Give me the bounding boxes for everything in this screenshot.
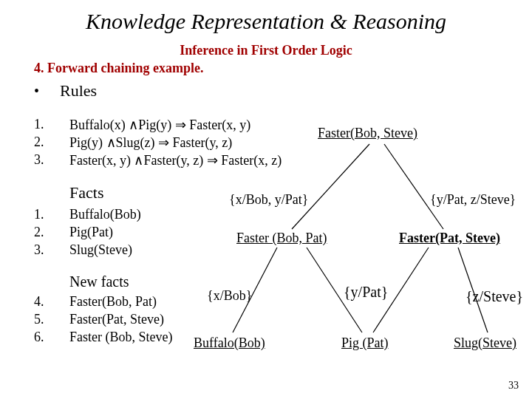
newfact-number: 6. bbox=[34, 330, 64, 345]
slide: Knowledge Representation & Reasoning Inf… bbox=[0, 0, 532, 399]
tree-leaf-left: Buffalo(Bob) bbox=[194, 335, 265, 351]
tree-root: Faster(Bob, Steve) bbox=[318, 126, 417, 141]
tree-unify-right: {y/Pat, z/Steve} bbox=[430, 192, 516, 208]
tree-leaf-right: Slug(Steve) bbox=[454, 335, 516, 351]
rule-text: Pig(y) ∧Slug(z) ⇒ Faster(y, z) bbox=[69, 134, 232, 151]
newfact-text: Faster (Bob, Steve) bbox=[69, 330, 172, 345]
rule-number: 3. bbox=[34, 152, 64, 168]
tree-mid-right: Faster(Pat, Steve) bbox=[399, 231, 500, 246]
fact-text: Buffalo(Bob) bbox=[69, 207, 141, 222]
slide-subtitle: Inference in First Order Logic bbox=[0, 43, 532, 58]
newfact-text: Faster(Pat, Steve) bbox=[69, 312, 164, 327]
newfact-number: 4. bbox=[34, 294, 64, 310]
rule-text: Buffalo(x) ∧Pig(y) ⇒ Faster(x, y) bbox=[69, 117, 250, 133]
facts-heading: Facts bbox=[69, 183, 103, 202]
tree-subst-center: {y/Pat} bbox=[344, 284, 388, 301]
tree-subst-right: {z/Steve} bbox=[466, 288, 523, 305]
rule-number: 2. bbox=[34, 134, 64, 150]
fact-text: Pig(Pat) bbox=[69, 225, 113, 240]
rule-text: Faster(x, y) ∧Faster(y, z) ⇒ Faster(x, z… bbox=[69, 152, 282, 168]
section-label: 4. Forward chaining example. bbox=[34, 61, 204, 76]
newfact-number: 5. bbox=[34, 312, 64, 327]
slide-title: Knowledge Representation & Reasoning bbox=[0, 9, 532, 34]
svg-line-1 bbox=[384, 144, 443, 229]
fact-text: Slug(Steve) bbox=[69, 242, 132, 258]
newfact-text: Faster(Bob, Pat) bbox=[69, 294, 157, 310]
tree-subst-left: {x/Bob} bbox=[207, 288, 252, 304]
svg-line-0 bbox=[292, 144, 369, 229]
rules-heading: Rules bbox=[60, 81, 97, 100]
tree-unify-left: {x/Bob, y/Pat} bbox=[229, 192, 308, 208]
bullet-dot: • bbox=[34, 83, 56, 100]
rules-bullet: • Rules bbox=[34, 81, 97, 100]
rule-number: 1. bbox=[34, 117, 64, 132]
slide-number: 33 bbox=[508, 380, 519, 392]
newfacts-heading: New facts bbox=[69, 273, 129, 290]
fact-number: 1. bbox=[34, 207, 64, 222]
tree-leaf-center: Pig (Pat) bbox=[341, 335, 389, 351]
fact-number: 2. bbox=[34, 225, 64, 240]
tree-mid-left: Faster (Bob, Pat) bbox=[236, 231, 327, 246]
fact-number: 3. bbox=[34, 242, 64, 258]
